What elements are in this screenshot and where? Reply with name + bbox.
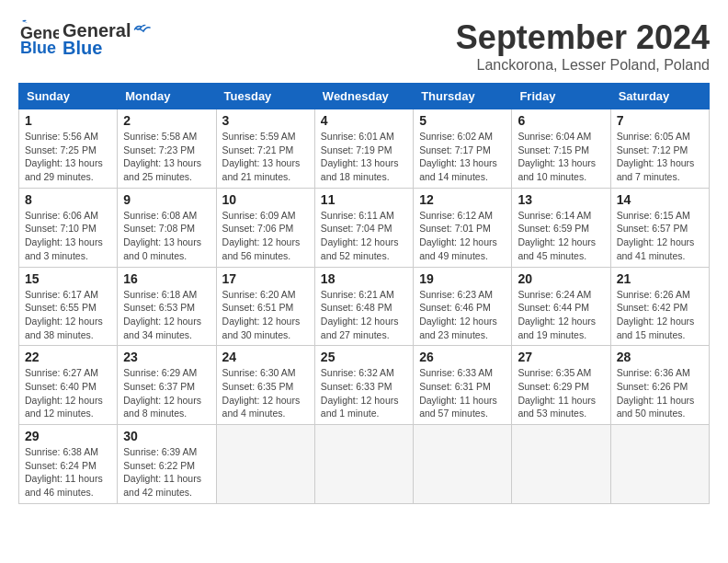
day-info: Sunrise: 6:36 AMSunset: 6:26 PMDaylight:… — [617, 366, 703, 420]
day-number: 17 — [222, 271, 309, 286]
day-number: 10 — [222, 192, 309, 207]
day-info: Sunrise: 6:33 AMSunset: 6:31 PMDaylight:… — [419, 366, 506, 420]
page-header: General Blue General Blue September 2024… — [18, 18, 710, 74]
calendar-cell: 27Sunrise: 6:35 AMSunset: 6:29 PMDayligh… — [512, 346, 610, 425]
day-info: Sunrise: 6:15 AMSunset: 6:57 PMDaylight:… — [617, 209, 703, 263]
weekday-header-saturday: Saturday — [610, 84, 709, 109]
day-number: 4 — [321, 113, 407, 128]
calendar-cell: 18Sunrise: 6:21 AMSunset: 6:48 PMDayligh… — [314, 267, 413, 346]
calendar-header-row: SundayMondayTuesdayWednesdayThursdayFrid… — [19, 84, 710, 109]
day-number: 27 — [518, 350, 604, 364]
calendar-cell: 2Sunrise: 5:58 AMSunset: 7:23 PMDaylight… — [118, 109, 216, 189]
day-info: Sunrise: 6:14 AMSunset: 6:59 PMDaylight:… — [518, 209, 604, 263]
svg-text:Blue: Blue — [20, 39, 56, 57]
day-info: Sunrise: 6:18 AMSunset: 6:53 PMDaylight:… — [123, 288, 210, 342]
day-info: Sunrise: 6:23 AMSunset: 6:46 PMDaylight:… — [419, 288, 506, 342]
day-number: 5 — [419, 113, 506, 128]
day-info: Sunrise: 6:35 AMSunset: 6:29 PMDaylight:… — [518, 366, 604, 420]
calendar-cell: 3Sunrise: 5:59 AMSunset: 7:21 PMDaylight… — [216, 109, 314, 189]
calendar-cell: 14Sunrise: 6:15 AMSunset: 6:57 PMDayligh… — [610, 188, 709, 267]
calendar-cell: 8Sunrise: 6:06 AMSunset: 7:10 PMDaylight… — [19, 188, 118, 267]
calendar-cell: 6Sunrise: 6:04 AMSunset: 7:15 PMDaylight… — [512, 109, 610, 189]
day-info: Sunrise: 6:12 AMSunset: 7:01 PMDaylight:… — [419, 209, 506, 263]
location: Lanckorona, Lesser Poland, Poland — [456, 57, 710, 74]
day-number: 13 — [518, 192, 604, 207]
day-info: Sunrise: 6:06 AMSunset: 7:10 PMDaylight:… — [25, 209, 111, 263]
day-number: 7 — [617, 113, 703, 128]
day-number: 8 — [25, 192, 111, 207]
day-number: 28 — [617, 350, 703, 364]
calendar-cell: 10Sunrise: 6:09 AMSunset: 7:06 PMDayligh… — [216, 188, 314, 267]
calendar-cell: 12Sunrise: 6:12 AMSunset: 7:01 PMDayligh… — [414, 188, 512, 267]
day-number: 16 — [123, 271, 210, 286]
day-number: 15 — [25, 271, 111, 286]
week-row-4: 22Sunrise: 6:27 AMSunset: 6:40 PMDayligh… — [19, 346, 710, 425]
day-info: Sunrise: 5:58 AMSunset: 7:23 PMDaylight:… — [123, 130, 210, 184]
day-info: Sunrise: 5:56 AMSunset: 7:25 PMDaylight:… — [25, 130, 111, 184]
calendar-cell: 11Sunrise: 6:11 AMSunset: 7:04 PMDayligh… — [314, 188, 413, 267]
logo-blue: Blue — [63, 38, 151, 59]
day-info: Sunrise: 6:21 AMSunset: 6:48 PMDaylight:… — [321, 288, 407, 342]
day-info: Sunrise: 6:09 AMSunset: 7:06 PMDaylight:… — [222, 209, 309, 263]
day-info: Sunrise: 6:27 AMSunset: 6:40 PMDaylight:… — [25, 366, 111, 420]
day-number: 6 — [518, 113, 604, 128]
calendar-table: SundayMondayTuesdayWednesdayThursdayFrid… — [18, 83, 710, 504]
logo-icon: General Blue — [18, 18, 59, 59]
day-number: 12 — [419, 192, 506, 207]
day-info: Sunrise: 6:01 AMSunset: 7:19 PMDaylight:… — [321, 130, 407, 184]
calendar-cell: 16Sunrise: 6:18 AMSunset: 6:53 PMDayligh… — [118, 267, 216, 346]
calendar-cell: 30Sunrise: 6:39 AMSunset: 6:22 PMDayligh… — [118, 425, 216, 504]
day-number: 20 — [518, 271, 604, 286]
day-number: 25 — [321, 350, 407, 364]
week-row-1: 1Sunrise: 5:56 AMSunset: 7:25 PMDaylight… — [19, 109, 710, 189]
day-number: 2 — [123, 113, 210, 128]
calendar-cell — [610, 425, 709, 504]
day-number: 22 — [25, 350, 111, 364]
week-row-3: 15Sunrise: 6:17 AMSunset: 6:55 PMDayligh… — [19, 267, 710, 346]
calendar-cell: 7Sunrise: 6:05 AMSunset: 7:12 PMDaylight… — [610, 109, 709, 189]
day-number: 3 — [222, 113, 309, 128]
title-block: September 2024 Lanckorona, Lesser Poland… — [456, 18, 710, 74]
weekday-header-thursday: Thursday — [414, 84, 512, 109]
weekday-header-wednesday: Wednesday — [314, 84, 413, 109]
day-info: Sunrise: 6:20 AMSunset: 6:51 PMDaylight:… — [222, 288, 309, 342]
calendar-cell: 9Sunrise: 6:08 AMSunset: 7:08 PMDaylight… — [118, 188, 216, 267]
day-info: Sunrise: 6:17 AMSunset: 6:55 PMDaylight:… — [25, 288, 111, 342]
day-number: 24 — [222, 350, 309, 364]
calendar-cell — [512, 425, 610, 504]
day-info: Sunrise: 6:05 AMSunset: 7:12 PMDaylight:… — [617, 130, 703, 184]
calendar-cell: 25Sunrise: 6:32 AMSunset: 6:33 PMDayligh… — [314, 346, 413, 425]
calendar-cell — [414, 425, 512, 504]
day-number: 19 — [419, 271, 506, 286]
logo-bird-icon — [132, 23, 151, 36]
day-number: 26 — [419, 350, 506, 364]
day-info: Sunrise: 6:04 AMSunset: 7:15 PMDaylight:… — [518, 130, 604, 184]
weekday-header-sunday: Sunday — [19, 84, 118, 109]
day-number: 11 — [321, 192, 407, 207]
day-info: Sunrise: 6:30 AMSunset: 6:35 PMDaylight:… — [222, 366, 309, 420]
day-info: Sunrise: 6:38 AMSunset: 6:24 PMDaylight:… — [25, 445, 111, 500]
calendar-cell: 26Sunrise: 6:33 AMSunset: 6:31 PMDayligh… — [414, 346, 512, 425]
day-info: Sunrise: 6:39 AMSunset: 6:22 PMDaylight:… — [123, 445, 210, 500]
day-info: Sunrise: 6:32 AMSunset: 6:33 PMDaylight:… — [321, 366, 407, 420]
weekday-header-tuesday: Tuesday — [216, 84, 314, 109]
calendar-cell: 22Sunrise: 6:27 AMSunset: 6:40 PMDayligh… — [19, 346, 118, 425]
weekday-header-monday: Monday — [118, 84, 216, 109]
calendar-cell: 4Sunrise: 6:01 AMSunset: 7:19 PMDaylight… — [314, 109, 413, 189]
calendar-cell: 24Sunrise: 6:30 AMSunset: 6:35 PMDayligh… — [216, 346, 314, 425]
calendar-cell: 29Sunrise: 6:38 AMSunset: 6:24 PMDayligh… — [19, 425, 118, 504]
day-number: 23 — [123, 350, 210, 364]
day-number: 29 — [25, 429, 111, 443]
day-info: Sunrise: 6:11 AMSunset: 7:04 PMDaylight:… — [321, 209, 407, 263]
week-row-2: 8Sunrise: 6:06 AMSunset: 7:10 PMDaylight… — [19, 188, 710, 267]
calendar-cell: 17Sunrise: 6:20 AMSunset: 6:51 PMDayligh… — [216, 267, 314, 346]
calendar-cell — [314, 425, 413, 504]
weekday-header-friday: Friday — [512, 84, 610, 109]
day-number: 30 — [123, 429, 210, 443]
calendar-cell: 23Sunrise: 6:29 AMSunset: 6:37 PMDayligh… — [118, 346, 216, 425]
logo: General Blue General Blue — [18, 18, 151, 59]
day-number: 18 — [321, 271, 407, 286]
month-title: September 2024 — [456, 18, 710, 57]
calendar-cell: 13Sunrise: 6:14 AMSunset: 6:59 PMDayligh… — [512, 188, 610, 267]
calendar-cell: 15Sunrise: 6:17 AMSunset: 6:55 PMDayligh… — [19, 267, 118, 346]
